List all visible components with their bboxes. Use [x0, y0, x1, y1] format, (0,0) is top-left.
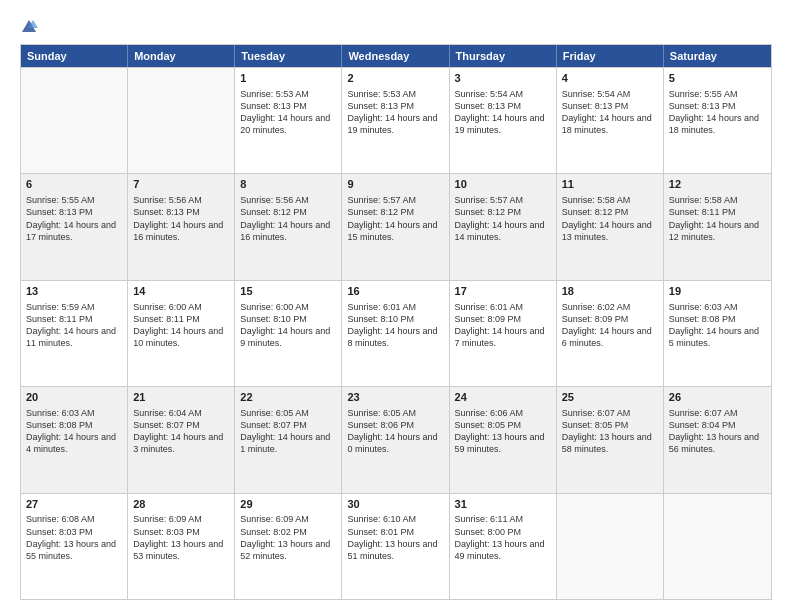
day-info: Daylight: 14 hours and 20 minutes. — [240, 112, 336, 136]
day-number: 8 — [240, 177, 336, 192]
day-info: Sunrise: 6:05 AM — [240, 407, 336, 419]
day-info: Sunset: 8:02 PM — [240, 526, 336, 538]
calendar-cell: 12Sunrise: 5:58 AMSunset: 8:11 PMDayligh… — [664, 174, 771, 279]
day-info: Sunrise: 5:56 AM — [240, 194, 336, 206]
day-info: Sunset: 8:03 PM — [133, 526, 229, 538]
day-info: Sunrise: 5:55 AM — [669, 88, 766, 100]
day-number: 24 — [455, 390, 551, 405]
day-info: Sunrise: 6:05 AM — [347, 407, 443, 419]
day-info: Sunrise: 5:57 AM — [455, 194, 551, 206]
day-info: Sunset: 8:11 PM — [133, 313, 229, 325]
calendar-cell: 20Sunrise: 6:03 AMSunset: 8:08 PMDayligh… — [21, 387, 128, 492]
day-info: Sunset: 8:00 PM — [455, 526, 551, 538]
day-info: Daylight: 13 hours and 49 minutes. — [455, 538, 551, 562]
day-info: Sunrise: 6:03 AM — [26, 407, 122, 419]
calendar-cell: 30Sunrise: 6:10 AMSunset: 8:01 PMDayligh… — [342, 494, 449, 599]
day-info: Sunrise: 6:09 AM — [240, 513, 336, 525]
day-number: 13 — [26, 284, 122, 299]
day-info: Daylight: 13 hours and 58 minutes. — [562, 431, 658, 455]
day-info: Sunrise: 5:58 AM — [669, 194, 766, 206]
day-number: 18 — [562, 284, 658, 299]
day-info: Sunset: 8:13 PM — [669, 100, 766, 112]
day-info: Daylight: 13 hours and 51 minutes. — [347, 538, 443, 562]
day-number: 26 — [669, 390, 766, 405]
calendar-cell: 11Sunrise: 5:58 AMSunset: 8:12 PMDayligh… — [557, 174, 664, 279]
day-info: Daylight: 14 hours and 1 minute. — [240, 431, 336, 455]
day-info: Sunrise: 5:54 AM — [562, 88, 658, 100]
day-number: 9 — [347, 177, 443, 192]
calendar: SundayMondayTuesdayWednesdayThursdayFrid… — [20, 44, 772, 600]
day-number: 12 — [669, 177, 766, 192]
calendar-cell: 3Sunrise: 5:54 AMSunset: 8:13 PMDaylight… — [450, 68, 557, 173]
day-info: Sunset: 8:10 PM — [240, 313, 336, 325]
day-info: Sunrise: 6:00 AM — [240, 301, 336, 313]
calendar-cell: 21Sunrise: 6:04 AMSunset: 8:07 PMDayligh… — [128, 387, 235, 492]
day-info: Sunset: 8:11 PM — [26, 313, 122, 325]
day-number: 31 — [455, 497, 551, 512]
day-number: 20 — [26, 390, 122, 405]
day-info: Sunset: 8:12 PM — [347, 206, 443, 218]
day-info: Daylight: 14 hours and 14 minutes. — [455, 219, 551, 243]
calendar-cell: 23Sunrise: 6:05 AMSunset: 8:06 PMDayligh… — [342, 387, 449, 492]
weekday-header: Sunday — [21, 45, 128, 67]
day-info: Sunset: 8:13 PM — [133, 206, 229, 218]
calendar-cell: 17Sunrise: 6:01 AMSunset: 8:09 PMDayligh… — [450, 281, 557, 386]
day-info: Daylight: 14 hours and 17 minutes. — [26, 219, 122, 243]
day-info: Sunset: 8:12 PM — [240, 206, 336, 218]
day-info: Sunset: 8:07 PM — [133, 419, 229, 431]
day-info: Sunset: 8:06 PM — [347, 419, 443, 431]
day-info: Sunrise: 5:53 AM — [240, 88, 336, 100]
day-info: Sunset: 8:05 PM — [562, 419, 658, 431]
day-info: Sunset: 8:09 PM — [562, 313, 658, 325]
calendar-cell: 31Sunrise: 6:11 AMSunset: 8:00 PMDayligh… — [450, 494, 557, 599]
day-info: Sunrise: 6:04 AM — [133, 407, 229, 419]
day-info: Sunset: 8:07 PM — [240, 419, 336, 431]
day-info: Sunrise: 6:06 AM — [455, 407, 551, 419]
day-info: Sunset: 8:13 PM — [455, 100, 551, 112]
day-info: Sunrise: 5:56 AM — [133, 194, 229, 206]
day-info: Daylight: 14 hours and 16 minutes. — [133, 219, 229, 243]
day-info: Daylight: 14 hours and 13 minutes. — [562, 219, 658, 243]
day-info: Daylight: 14 hours and 3 minutes. — [133, 431, 229, 455]
day-info: Daylight: 14 hours and 9 minutes. — [240, 325, 336, 349]
weekday-header: Saturday — [664, 45, 771, 67]
calendar-cell: 19Sunrise: 6:03 AMSunset: 8:08 PMDayligh… — [664, 281, 771, 386]
day-info: Sunrise: 6:01 AM — [455, 301, 551, 313]
day-info: Sunrise: 6:07 AM — [562, 407, 658, 419]
day-info: Sunset: 8:13 PM — [26, 206, 122, 218]
calendar-cell — [664, 494, 771, 599]
calendar-cell: 5Sunrise: 5:55 AMSunset: 8:13 PMDaylight… — [664, 68, 771, 173]
weekday-header: Friday — [557, 45, 664, 67]
day-info: Daylight: 13 hours and 52 minutes. — [240, 538, 336, 562]
calendar-cell: 27Sunrise: 6:08 AMSunset: 8:03 PMDayligh… — [21, 494, 128, 599]
day-number: 16 — [347, 284, 443, 299]
day-info: Sunset: 8:01 PM — [347, 526, 443, 538]
calendar-cell: 10Sunrise: 5:57 AMSunset: 8:12 PMDayligh… — [450, 174, 557, 279]
day-info: Sunset: 8:08 PM — [669, 313, 766, 325]
calendar-cell — [21, 68, 128, 173]
weekday-header: Tuesday — [235, 45, 342, 67]
calendar-cell: 18Sunrise: 6:02 AMSunset: 8:09 PMDayligh… — [557, 281, 664, 386]
calendar-cell: 7Sunrise: 5:56 AMSunset: 8:13 PMDaylight… — [128, 174, 235, 279]
day-number: 29 — [240, 497, 336, 512]
day-info: Daylight: 13 hours and 53 minutes. — [133, 538, 229, 562]
day-number: 30 — [347, 497, 443, 512]
day-info: Daylight: 14 hours and 19 minutes. — [455, 112, 551, 136]
day-info: Sunset: 8:13 PM — [562, 100, 658, 112]
day-info: Daylight: 14 hours and 7 minutes. — [455, 325, 551, 349]
calendar-week: 1Sunrise: 5:53 AMSunset: 8:13 PMDaylight… — [21, 67, 771, 173]
day-info: Sunrise: 6:09 AM — [133, 513, 229, 525]
day-number: 15 — [240, 284, 336, 299]
weekday-header: Thursday — [450, 45, 557, 67]
calendar-header: SundayMondayTuesdayWednesdayThursdayFrid… — [21, 45, 771, 67]
calendar-cell — [557, 494, 664, 599]
day-number: 23 — [347, 390, 443, 405]
day-info: Sunrise: 5:54 AM — [455, 88, 551, 100]
day-number: 28 — [133, 497, 229, 512]
day-info: Daylight: 14 hours and 8 minutes. — [347, 325, 443, 349]
day-info: Daylight: 13 hours and 59 minutes. — [455, 431, 551, 455]
day-info: Daylight: 14 hours and 12 minutes. — [669, 219, 766, 243]
day-info: Daylight: 14 hours and 4 minutes. — [26, 431, 122, 455]
day-info: Sunrise: 5:57 AM — [347, 194, 443, 206]
day-info: Sunrise: 6:11 AM — [455, 513, 551, 525]
